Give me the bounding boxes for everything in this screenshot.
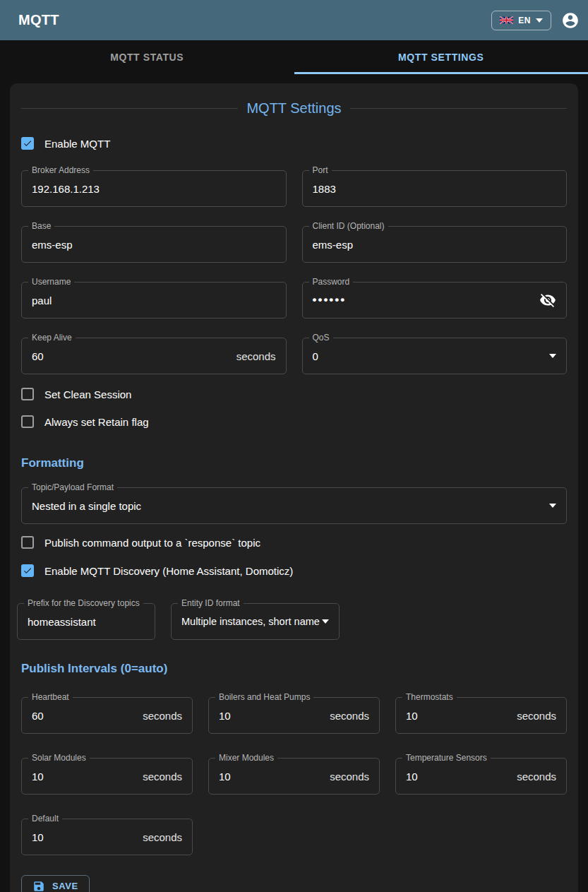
discovery-prefix-field[interactable]: Prefix for the Discovery topics homeassi…: [17, 603, 155, 640]
boilers-unit: seconds: [330, 710, 369, 722]
port-label: Port: [309, 165, 332, 175]
solar-value: 10: [32, 771, 44, 783]
enable-mqtt-checkbox-row[interactable]: Enable MQTT: [21, 137, 567, 150]
qos-select[interactable]: QoS 0: [302, 338, 568, 374]
qos-value: 0: [313, 350, 318, 362]
tab-bar: MQTT STATUS MQTT SETTINGS: [0, 40, 588, 74]
thermostats-value: 10: [406, 710, 418, 722]
card-title-text: MQTT Settings: [246, 100, 341, 117]
clean-session-label: Set Clean Session: [44, 388, 131, 400]
keep-alive-unit: seconds: [236, 350, 276, 362]
enable-mqtt-label: Enable MQTT: [44, 138, 110, 150]
default-label: Default: [28, 814, 62, 823]
client-id-value: ems-esp: [313, 239, 354, 251]
retain-flag-label: Always set Retain flag: [44, 416, 149, 428]
username-label: Username: [28, 277, 74, 287]
base-label: Base: [28, 221, 54, 231]
discovery-checkbox-row[interactable]: Enable MQTT Discovery (Home Assistant, D…: [21, 564, 567, 577]
toggle-password-visibility-button[interactable]: [539, 292, 556, 309]
enable-mqtt-checkbox[interactable]: [21, 137, 34, 150]
clean-session-checkbox-row[interactable]: Set Clean Session: [21, 388, 567, 400]
dropdown-arrow-icon: [322, 619, 329, 624]
entity-id-format-label: Entity ID format: [178, 598, 244, 608]
connection-fields-grid: Broker Address 192.168.1.213 Port 1883 B…: [21, 170, 567, 374]
intervals-grid: Heartbeat 60 seconds Boilers and Heat Pu…: [21, 697, 567, 855]
qos-label: QoS: [309, 333, 333, 343]
language-label: EN: [518, 16, 531, 25]
thermostats-label: Thermostats: [402, 692, 457, 702]
solar-interval-field[interactable]: Solar Modules 10 seconds: [21, 758, 193, 795]
entity-id-format-select[interactable]: Entity ID format Multiple instances, sho…: [171, 603, 340, 640]
port-value: 1883: [313, 183, 336, 195]
solar-label: Solar Modules: [28, 753, 90, 763]
discovery-fields-row: Prefix for the Discovery topics homeassi…: [17, 603, 567, 640]
heartbeat-label: Heartbeat: [28, 692, 73, 702]
heartbeat-interval-field[interactable]: Heartbeat 60 seconds: [21, 697, 193, 734]
response-topic-label: Publish command output to a `response` t…: [44, 537, 260, 549]
response-topic-checkbox-row[interactable]: Publish command output to a `response` t…: [21, 536, 567, 549]
base-field[interactable]: Base ems-esp: [21, 226, 287, 263]
base-value: ems-esp: [32, 239, 73, 251]
heartbeat-value: 60: [32, 710, 44, 722]
discovery-prefix-value: homeassistant: [28, 616, 96, 628]
password-value: ••••••: [313, 293, 347, 307]
checkmark-icon: [23, 138, 32, 148]
account-circle-icon: [561, 11, 580, 30]
page-title: MQTT: [18, 12, 59, 28]
broker-address-field[interactable]: Broker Address 192.168.1.213: [21, 170, 287, 207]
discovery-prefix-label: Prefix for the Discovery topics: [24, 598, 143, 608]
divider-left: [21, 108, 238, 109]
username-value: paul: [32, 295, 52, 307]
thermostats-unit: seconds: [517, 710, 556, 722]
retain-flag-checkbox-row[interactable]: Always set Retain flag: [21, 415, 567, 428]
temperature-unit: seconds: [517, 771, 556, 783]
boilers-label: Boilers and Heat Pumps: [215, 692, 313, 702]
chevron-down-icon: [536, 18, 543, 23]
tab-mqtt-status[interactable]: MQTT STATUS: [0, 40, 294, 74]
username-field[interactable]: Username paul: [21, 282, 287, 319]
entity-id-format-value: Multiple instances, short name: [181, 616, 320, 627]
dropdown-arrow-icon: [549, 504, 556, 508]
port-field[interactable]: Port 1883: [302, 170, 568, 207]
response-topic-checkbox[interactable]: [21, 536, 34, 549]
publish-intervals-heading: Publish Intervals (0=auto): [21, 662, 567, 676]
client-id-field[interactable]: Client ID (Optional) ems-esp: [302, 226, 568, 263]
settings-card: MQTT Settings Enable MQTT Broker Address…: [10, 83, 578, 892]
default-interval-field[interactable]: Default 10 seconds: [21, 819, 193, 855]
language-selector-button[interactable]: EN: [491, 11, 551, 30]
boilers-value: 10: [219, 710, 231, 722]
uk-flag-icon: [500, 16, 513, 24]
password-field[interactable]: Password ••••••: [302, 282, 568, 319]
divider-right: [350, 108, 567, 109]
password-label: Password: [309, 277, 354, 287]
broker-address-label: Broker Address: [28, 165, 93, 175]
card-title: MQTT Settings: [21, 100, 567, 117]
keep-alive-field[interactable]: Keep Alive 60 seconds: [21, 338, 287, 374]
default-unit: seconds: [143, 831, 182, 843]
checkmark-icon: [23, 566, 32, 576]
topic-format-value: Nested in a single topic: [32, 500, 141, 512]
retain-flag-checkbox[interactable]: [21, 415, 34, 428]
mixer-value: 10: [219, 771, 231, 783]
account-button[interactable]: [561, 11, 580, 30]
visibility-off-icon: [539, 292, 556, 309]
clean-session-checkbox[interactable]: [21, 388, 34, 400]
save-icon: [32, 880, 45, 892]
topic-format-label: Topic/Payload Format: [28, 482, 117, 492]
temperature-interval-field[interactable]: Temperature Sensors 10 seconds: [395, 758, 567, 795]
tab-mqtt-settings[interactable]: MQTT SETTINGS: [294, 40, 588, 74]
mixer-interval-field[interactable]: Mixer Modules 10 seconds: [208, 758, 380, 795]
temperature-label: Temperature Sensors: [402, 753, 491, 763]
save-button[interactable]: SAVE: [21, 875, 90, 892]
dropdown-arrow-icon: [549, 354, 556, 358]
boilers-interval-field[interactable]: Boilers and Heat Pumps 10 seconds: [208, 697, 380, 734]
keep-alive-label: Keep Alive: [28, 333, 76, 343]
discovery-checkbox[interactable]: [21, 564, 34, 577]
client-id-label: Client ID (Optional): [309, 221, 388, 231]
save-button-label: SAVE: [52, 881, 78, 891]
thermostats-interval-field[interactable]: Thermostats 10 seconds: [395, 697, 567, 734]
app-bar: MQTT EN: [0, 0, 588, 40]
keep-alive-value: 60: [32, 350, 44, 362]
topic-format-select[interactable]: Topic/Payload Format Nested in a single …: [21, 487, 567, 524]
broker-address-value: 192.168.1.213: [32, 183, 100, 195]
